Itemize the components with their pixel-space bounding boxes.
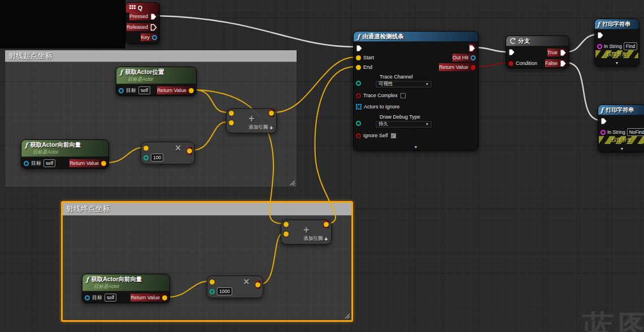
vector-pin-icon[interactable]	[210, 279, 215, 285]
multiply-node-1000[interactable]: × 1000	[207, 276, 263, 298]
wire-exec-true-to-print[interactable]	[567, 34, 598, 52]
pin-condition[interactable]: Condition	[508, 59, 537, 67]
node-header[interactable]: ƒ 获取Actor向前向量 目标是Actor	[82, 274, 169, 291]
vector-pin-icon[interactable]	[356, 65, 361, 70]
comment-header[interactable]: 射线终点坐标	[63, 203, 351, 216]
add-pin-button[interactable]: 添加引脚 +	[303, 235, 328, 242]
exec-pin-icon[interactable]	[560, 60, 567, 67]
exec-pin-icon[interactable]	[356, 45, 363, 52]
node-header[interactable]: Q	[126, 3, 159, 13]
pin-return-value[interactable]: Return Value	[157, 86, 194, 94]
node-header[interactable]: ƒ 获取Actor位置 目标是Actor	[116, 67, 196, 84]
vector-pin-icon[interactable]	[284, 231, 289, 237]
pin-output[interactable]	[187, 147, 192, 155]
pin-key[interactable]: Key	[141, 33, 157, 41]
pin-input-b[interactable]: 1000	[210, 287, 232, 295]
function-node-line-trace-by-channel[interactable]: ƒ 由通道检测线条 Start Out Hit End Return Value…	[353, 31, 478, 151]
struct-pin-icon[interactable]	[152, 35, 157, 40]
vector-pin-icon[interactable]	[356, 55, 361, 60]
float-pin-icon[interactable]	[143, 155, 149, 160]
enum-pin-icon[interactable]	[356, 121, 361, 126]
wire-exec-false-to-print[interactable]	[567, 63, 601, 120]
pin-out-hit[interactable]: Out Hit	[452, 54, 476, 62]
bool-pin-icon[interactable]	[356, 93, 361, 98]
string-pin-icon[interactable]	[601, 130, 606, 135]
blueprint-graph-canvas[interactable]: 蓝图 射线起点坐标 射线终点坐标	[0, 0, 644, 332]
vector-pin-icon[interactable]	[162, 295, 167, 300]
pin-in-string[interactable]: In String Find	[597, 42, 637, 50]
target-value-box[interactable]: self	[138, 86, 150, 94]
comment-resize-grip[interactable]	[289, 179, 295, 186]
pin-pressed[interactable]: Pressed	[129, 12, 157, 20]
vector-pin-icon[interactable]	[101, 161, 106, 166]
value-box[interactable]: 1000	[217, 287, 232, 295]
bool-pin-icon[interactable]	[471, 65, 476, 70]
pin-start[interactable]: Start	[356, 54, 374, 62]
pin-input-b[interactable]: 100	[143, 154, 163, 161]
node-header[interactable]: ƒ 打印字符串	[598, 105, 644, 115]
wire-vector-add2-to-end[interactable]	[315, 67, 355, 224]
vector-pin-icon[interactable]	[189, 88, 194, 93]
exec-pin-icon[interactable]	[508, 49, 515, 56]
branch-node[interactable]: 分支 Condition True False	[506, 36, 569, 68]
struct-pin-icon[interactable]	[471, 55, 476, 60]
pin-input-a[interactable]	[210, 278, 215, 286]
pin-target[interactable]: 目标 self	[85, 294, 116, 302]
exec-pin-icon[interactable]	[150, 13, 157, 20]
pin-exec-in[interactable]	[356, 44, 363, 52]
vector-pin-icon[interactable]	[143, 146, 149, 151]
wire-exec-trace-to-branch[interactable]	[475, 47, 508, 52]
pin-output[interactable]	[269, 109, 274, 117]
comment-header[interactable]: 射线起点坐标	[5, 50, 297, 62]
object-pin-icon[interactable]	[85, 295, 90, 300]
add-node-2[interactable]: + 添加引脚 +	[281, 220, 332, 244]
pin-exec-in[interactable]	[601, 117, 607, 125]
vector-pin-icon[interactable]	[229, 111, 234, 116]
trace-channel-dropdown[interactable]: 可视性 ▼	[375, 80, 432, 88]
pin-end[interactable]: End	[356, 63, 372, 71]
vector-pin-icon[interactable]	[269, 111, 274, 116]
node-header[interactable]: ƒ 获取Actor向前向量 目标是Actor	[21, 140, 108, 157]
function-node-get-actor-location[interactable]: ƒ 获取Actor位置 目标是Actor 目标 self Return Valu…	[116, 67, 197, 96]
add-pin-button[interactable]: 添加引脚 +	[249, 124, 273, 131]
pin-return-value[interactable]: Return Value	[439, 63, 476, 71]
in-string-value-box[interactable]: Find	[624, 42, 638, 50]
object-pin-icon[interactable]	[119, 88, 124, 93]
pin-ignore-self[interactable]: Ignore Self ✓	[356, 132, 397, 139]
wire-bool-returnvalue-to-condition[interactable]	[477, 63, 509, 67]
exec-pin-icon[interactable]	[597, 32, 604, 39]
pin-exec-in[interactable]	[508, 48, 515, 56]
pin-output[interactable]	[255, 281, 260, 289]
pin-return-value[interactable]: Return Value	[130, 294, 167, 302]
pin-target[interactable]: 目标 self	[24, 159, 55, 167]
node-header[interactable]: ƒ 由通道检测线条	[354, 32, 478, 42]
collapse-arrow-icon[interactable]: ▼	[598, 146, 644, 151]
pin-released[interactable]: Released	[127, 23, 157, 31]
function-node-get-forward-vector-1[interactable]: ƒ 获取Actor向前向量 目标是Actor 目标 self Return Va…	[21, 139, 109, 169]
pin-return-value[interactable]: Return Value	[69, 159, 106, 167]
add-node-1[interactable]: + 添加引脚 +	[226, 108, 277, 133]
pin-input-a[interactable]	[284, 220, 289, 228]
pin-exec-out[interactable]	[469, 44, 476, 52]
pin-input-b[interactable]	[229, 119, 234, 126]
vector-pin-icon[interactable]	[284, 222, 289, 227]
multiply-node-100[interactable]: × 100	[141, 142, 195, 164]
object-pin-icon[interactable]	[24, 161, 29, 166]
exec-pin-icon[interactable]	[601, 117, 607, 125]
pin-exec-in[interactable]	[597, 31, 604, 39]
exec-pin-icon[interactable]	[560, 49, 567, 56]
string-pin-icon[interactable]	[597, 44, 602, 49]
enum-pin-icon[interactable]	[356, 81, 361, 86]
target-value-box[interactable]: self	[105, 294, 116, 302]
pin-input-b[interactable]	[284, 230, 289, 238]
pin-trace-complex[interactable]: Trace Complex	[356, 91, 406, 99]
wire-exec-q-to-trace[interactable]	[157, 16, 355, 47]
array-pin-icon[interactable]	[356, 104, 362, 110]
ignore-self-checkbox[interactable]: ✓	[390, 133, 397, 139]
value-box[interactable]: 100	[151, 154, 163, 161]
event-node-q[interactable]: Q Pressed Released Key	[125, 2, 160, 44]
pin-input-a[interactable]	[143, 144, 149, 152]
vector-pin-icon[interactable]	[229, 120, 234, 125]
pin-false[interactable]: False	[545, 59, 567, 67]
exec-pin-icon[interactable]	[150, 24, 157, 31]
